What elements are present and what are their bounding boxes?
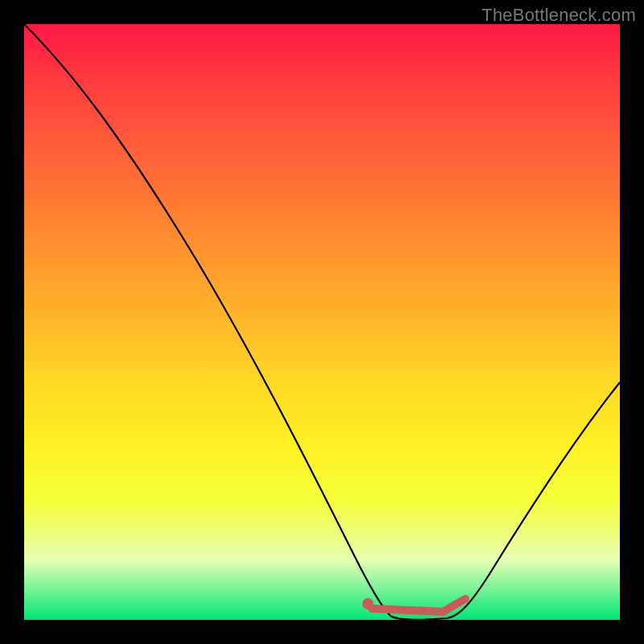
chart-svg <box>24 24 620 620</box>
watermark-text: TheBottleneck.com <box>481 5 636 26</box>
bottleneck-curve <box>24 24 620 620</box>
chart-plot-area <box>24 24 620 620</box>
optimal-range-marker <box>372 599 465 612</box>
